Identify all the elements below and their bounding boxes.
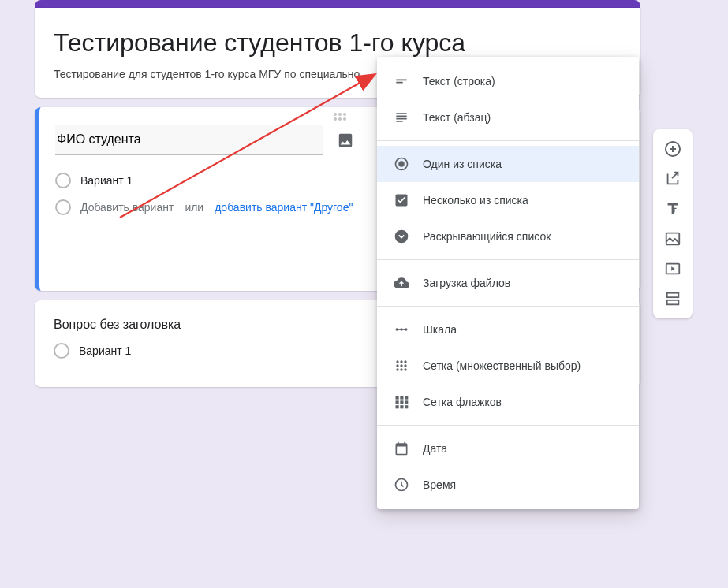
menu-item-label: Несколько из списка [423,194,528,207]
menu-divider [377,425,639,426]
menu-item-label: Дата [423,442,447,455]
svg-point-9 [400,360,402,363]
svg-point-15 [400,368,402,370]
svg-rect-22 [405,400,408,404]
menu-item-grid-check[interactable]: Сетка флажков [377,384,639,420]
paragraph-icon [393,109,410,126]
svg-point-16 [404,368,406,370]
add-video-button[interactable] [658,254,688,284]
add-question-button[interactable] [658,134,688,164]
menu-item-label: Сетка (множественный выбор) [423,359,581,372]
radio-icon [55,173,71,188]
menu-item-label: Раскрывающийся список [423,230,551,243]
menu-item-short-text[interactable]: Текст (строка) [377,63,639,99]
menu-item-label: Текст (абзац) [423,111,491,124]
menu-divider [377,259,639,260]
menu-item-label: Шкала [423,323,457,336]
svg-point-11 [396,364,398,367]
svg-rect-31 [667,300,679,305]
menu-item-label: Время [423,478,456,491]
menu-item-dropdown[interactable]: Раскрывающийся список [377,218,639,255]
grid-check-icon [393,393,410,411]
radio-icon [55,199,71,215]
svg-rect-24 [400,405,403,408]
form-title[interactable]: Тестирование студентов 1-го курса [54,27,622,58]
grid-radio-icon [393,357,410,374]
radio-icon [393,155,410,173]
svg-point-2 [398,161,405,167]
svg-rect-25 [405,405,408,408]
svg-rect-30 [667,293,679,298]
menu-item-scale[interactable]: Шкала [377,311,639,348]
form-accent-bar [35,0,640,8]
svg-point-8 [396,360,398,363]
side-toolbar [653,129,693,318]
or-text: или [185,201,203,214]
svg-rect-17 [396,396,399,400]
menu-item-label: Сетка флажков [423,396,502,408]
svg-rect-20 [396,400,399,404]
menu-item-label: Загрузка файлов [423,277,510,289]
menu-item-label: Один из списка [423,158,502,170]
svg-point-12 [400,364,402,367]
date-icon [393,440,410,457]
time-icon [393,476,410,493]
import-questions-button[interactable] [658,164,688,194]
menu-item-label: Текст (строка) [423,75,495,87]
upload-icon [393,274,410,292]
add-image-button[interactable] [658,224,688,254]
menu-divider [377,306,639,307]
option-label: Вариант 1 [79,344,131,357]
add-title-button[interactable] [658,194,688,224]
menu-item-grid-radio[interactable]: Сетка (множественный выбор) [377,348,639,384]
radio-icon [54,343,69,359]
add-image-icon[interactable] [336,131,355,150]
svg-point-14 [396,368,398,370]
menu-divider [377,140,639,141]
question-title-input[interactable] [55,125,323,155]
question-type-menu: Текст (строка) Текст (абзац) Один из спи… [377,57,639,509]
svg-point-4 [395,230,409,244]
menu-item-radio[interactable]: Один из списка [377,146,639,182]
add-section-button[interactable] [658,284,688,314]
add-other-link[interactable]: добавить вариант "Другое" [215,201,353,214]
menu-item-paragraph[interactable]: Текст (абзац) [377,99,639,136]
short-text-icon [393,73,410,90]
menu-item-time[interactable]: Время [377,467,639,503]
add-option-label[interactable]: Добавить вариант [80,201,174,214]
svg-rect-19 [405,396,408,400]
svg-rect-18 [400,396,403,400]
option-label[interactable]: Вариант 1 [80,174,133,187]
menu-item-upload[interactable]: Загрузка файлов [377,265,639,301]
svg-rect-23 [396,405,399,408]
dropdown-icon [393,228,410,245]
drag-handle-icon[interactable] [333,112,347,121]
menu-item-date[interactable]: Дата [377,430,639,467]
scale-icon [393,321,410,338]
menu-item-checkbox[interactable]: Несколько из списка [377,182,639,218]
svg-point-10 [404,360,406,363]
checkbox-icon [393,192,410,209]
svg-point-13 [404,364,406,367]
svg-rect-21 [400,400,403,404]
